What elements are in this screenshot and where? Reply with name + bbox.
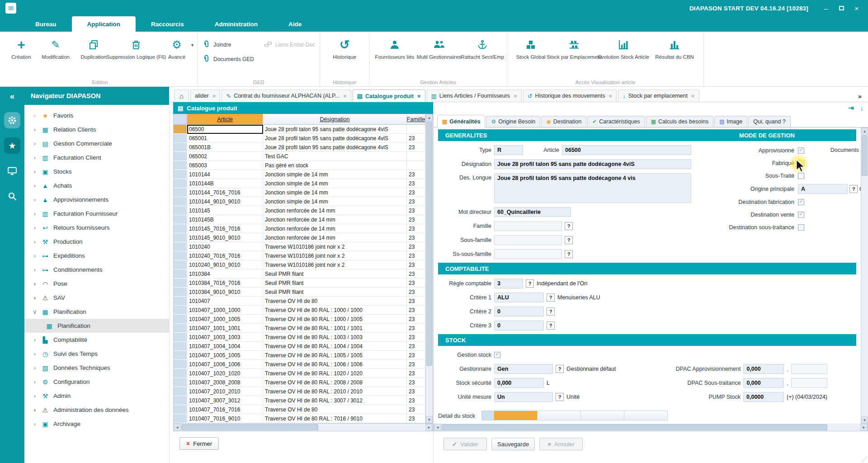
- row-number-cell[interactable]: [174, 306, 187, 315]
- type-field[interactable]: R: [494, 145, 523, 155]
- sidebar-item[interactable]: › ▲ Achats: [24, 179, 169, 193]
- help-button[interactable]: ?: [565, 250, 573, 258]
- famille-cell[interactable]: 23: [407, 324, 425, 333]
- annuler-button[interactable]: × Annuler: [539, 438, 583, 450]
- designation-cell[interactable]: Traverse OV HI de 80 RAL : 1020 / 1020: [263, 369, 407, 378]
- table-row[interactable]: 1010144_7016_7016 Jonction simple de 14 …: [174, 188, 425, 197]
- table-row[interactable]: 1010407 Traverse OV HI de 80 23: [174, 297, 425, 306]
- pin-right-icon[interactable]: ⇥: [848, 104, 854, 112]
- row-number-cell[interactable]: [174, 324, 187, 333]
- table-vertical-scrollbar[interactable]: ▲ ▼: [425, 114, 433, 423]
- sidebar-item[interactable]: › ▧ Données Techniques: [24, 361, 169, 375]
- critere1-field[interactable]: ALU: [494, 293, 544, 302]
- dpac-sous-traitance-field2[interactable]: [791, 378, 827, 388]
- row-number-cell[interactable]: [174, 134, 187, 143]
- close-icon[interactable]: ×: [417, 93, 421, 99]
- stock-securite-field[interactable]: 0,000: [494, 378, 544, 388]
- famille-cell[interactable]: 23: [407, 396, 425, 405]
- article-field[interactable]: 06500: [562, 145, 691, 155]
- document-tab[interactable]: ✎ Contrat du fournisseur ALPHACAN (ALP..…: [222, 90, 351, 102]
- designation-cell[interactable]: Traverse OV HI de 80 RAL : 1000 / 1005: [263, 315, 407, 324]
- designation-cell[interactable]: Jonction renforcée de 14 mm: [263, 206, 407, 215]
- help-button[interactable]: ?: [565, 236, 573, 244]
- origine-principale-field[interactable]: A: [798, 184, 848, 194]
- famille-cell[interactable]: [407, 125, 425, 134]
- sidebar-item[interactable]: › ⊶ Expéditions: [24, 249, 169, 263]
- article-cell[interactable]: 1010240_7016_7016: [187, 251, 263, 260]
- table-row[interactable]: 1010144 Jonction simple de 14 mm 23: [174, 170, 425, 179]
- documents-ged-button[interactable]: Documents GED: [202, 53, 254, 65]
- famille-cell[interactable]: 23: [407, 414, 425, 423]
- sidebar-item[interactable]: › ▣ Archivage: [24, 417, 169, 431]
- famille-cell[interactable]: 23: [407, 269, 425, 279]
- row-number-cell[interactable]: [174, 197, 187, 206]
- detail-tab[interactable]: ✔ Caractéristiques: [587, 116, 645, 127]
- detail-tab[interactable]: ▨ Image: [714, 116, 747, 127]
- detail-tab[interactable]: ▤ Généralités: [437, 115, 485, 128]
- table-row[interactable]: 065001 Joue 28 profil talon 95 sans patt…: [174, 134, 425, 143]
- famille-cell[interactable]: 23: [407, 333, 425, 342]
- document-tab[interactable]: alider ×: [190, 90, 220, 102]
- designation-cell[interactable]: Traverse OV HI de 80 RAL : 7016 / 9010: [263, 414, 407, 423]
- row-number-cell[interactable]: [174, 224, 187, 233]
- row-number-cell[interactable]: [174, 342, 187, 351]
- article-cell[interactable]: 1010144_7016_7016: [187, 188, 263, 197]
- expander-icon[interactable]: ›: [33, 112, 37, 119]
- row-number-cell[interactable]: [174, 315, 187, 324]
- row-number-cell[interactable]: [174, 387, 187, 396]
- sidebar-item[interactable]: ▦ Planification: [24, 319, 169, 333]
- table-row[interactable]: 1010407_7016_7016 Traverse OV HI de 80 2…: [174, 405, 425, 414]
- designation-cell[interactable]: Traverse W1010186 joint noir x 2: [263, 260, 407, 269]
- sidebar-item[interactable]: › ▦ Relation Clients: [24, 123, 169, 137]
- article-cell[interactable]: 1010407_1006_1006: [187, 360, 263, 369]
- table-row[interactable]: 1010407_1006_1006 Traverse OV HI de 80 R…: [174, 360, 425, 369]
- sous-famille-field[interactable]: [494, 235, 562, 245]
- collapse-sidebar-button[interactable]: «: [10, 91, 15, 103]
- close-button[interactable]: ×: [849, 2, 864, 14]
- famille-field[interactable]: [494, 221, 562, 231]
- designation-cell[interactable]: Jonction renforcée de 14 mm: [263, 224, 407, 233]
- expander-icon[interactable]: ›: [33, 196, 37, 203]
- famille-cell[interactable]: 23: [407, 143, 425, 152]
- table-row[interactable]: 1010407_3007_3012 Traverse OV HI de 80 R…: [174, 396, 425, 405]
- expander-icon[interactable]: ›: [33, 364, 37, 371]
- detail-tab[interactable]: ◉ Destination: [541, 116, 586, 127]
- article-cell[interactable]: 1010384_7016_7016: [187, 279, 263, 288]
- article-cell[interactable]: 065002: [187, 152, 263, 161]
- article-cell[interactable]: 1010407_2010_2010: [187, 387, 263, 396]
- designation-cell[interactable]: Traverse OV HI de 80 RAL : 3007 / 3012: [263, 396, 407, 405]
- designation-cell[interactable]: Joue 28 profil talon 95 sans patte dodéc…: [263, 143, 407, 152]
- detail-tab[interactable]: Qui, quand ?: [748, 116, 791, 127]
- article-cell[interactable]: 1010407_7016_7016: [187, 405, 263, 414]
- article-cell[interactable]: 1010407_7016_9010: [187, 414, 263, 423]
- table-row[interactable]: 06500 Joue 28 profil talon 95 sans patte…: [174, 125, 425, 134]
- mot-directeur-field[interactable]: 60_Quincaillerie: [494, 207, 571, 217]
- resize-grip[interactable]: ⋰: [862, 457, 867, 463]
- table-row[interactable]: 065001B Joue 28 profil talon 95 sans pat…: [174, 143, 425, 152]
- scrollbar-thumb[interactable]: [426, 122, 432, 366]
- sidebar-item[interactable]: › ⚠ SAV: [24, 291, 169, 305]
- article-cell[interactable]: 1010407_1000_1000: [187, 306, 263, 315]
- article-cell[interactable]: 065001: [187, 134, 263, 143]
- table-row[interactable]: 1010384 Seuil PMR filant 23: [174, 269, 425, 279]
- designation-cell[interactable]: Traverse W1010186 joint noir x 2: [263, 251, 407, 260]
- document-tab[interactable]: ▥ Liens Articles / Fournisseurs ×: [427, 90, 522, 102]
- sidebar-item[interactable]: › ▣ Stocks: [24, 165, 169, 179]
- famille-cell[interactable]: 23: [407, 387, 425, 396]
- expander-icon[interactable]: ›: [33, 294, 37, 301]
- famille-cell[interactable]: 23: [407, 297, 425, 306]
- maximize-button[interactable]: [834, 2, 849, 14]
- document-tab[interactable]: ▤ Catalogue produit ×: [353, 90, 425, 102]
- menu-item[interactable]: Bureau: [20, 16, 72, 32]
- table-row[interactable]: 1010407_1004_1004 Traverse OV HI de 80 R…: [174, 342, 425, 351]
- designation-cell[interactable]: Traverse OV HI de 80: [263, 405, 407, 414]
- article-cell[interactable]: 1010240_9010_9010: [187, 260, 263, 269]
- sidebar-item[interactable]: › ⚙ Configuration: [24, 375, 169, 389]
- article-cell[interactable]: 1010407_1005_1005: [187, 351, 263, 360]
- liens-entite-doc-button[interactable]: Liens Entité-Doc: [264, 39, 315, 51]
- table-row[interactable]: 1010407_1003_1003 Traverse OV HI de 80 R…: [174, 333, 425, 342]
- famille-cell[interactable]: 23: [407, 224, 425, 233]
- close-icon[interactable]: ×: [212, 93, 216, 99]
- row-number-cell[interactable]: [174, 188, 187, 197]
- designation-cell[interactable]: Traverse OV HI de 80 RAL : 1000 / 1000: [263, 306, 407, 315]
